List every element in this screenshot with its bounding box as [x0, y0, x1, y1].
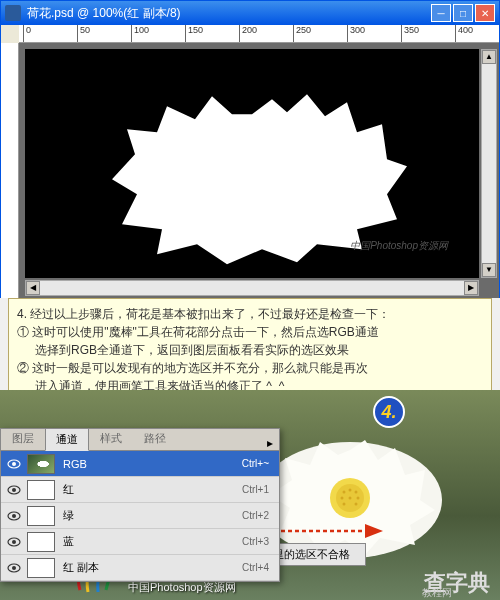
- channel-thumbnail: [27, 532, 55, 552]
- ruler-tick: 300: [347, 25, 365, 43]
- channel-shortcut: Ctrl+2: [242, 510, 275, 521]
- channel-name: RGB: [63, 458, 242, 470]
- visibility-icon[interactable]: [5, 559, 23, 577]
- channel-name: 绿: [63, 508, 242, 523]
- svg-point-21: [12, 566, 16, 570]
- svg-point-13: [12, 462, 16, 466]
- channel-thumbnail: [27, 454, 55, 474]
- scrollbar-vertical[interactable]: ▲ ▼: [481, 49, 497, 278]
- instruction-box: 4. 经过以上步骤后，荷花是基本被扣出来了，不过最好还是检查一下： ① 这时可以…: [8, 298, 492, 402]
- channel-name: 蓝: [63, 534, 242, 549]
- svg-point-10: [355, 503, 358, 506]
- ruler-tick: 150: [185, 25, 203, 43]
- svg-point-6: [341, 497, 344, 500]
- visibility-icon[interactable]: [5, 507, 23, 525]
- footer-text: 中国Photoshop资源网: [128, 580, 236, 595]
- svg-point-9: [343, 503, 346, 506]
- ruler-tick: 0: [23, 25, 31, 43]
- visibility-icon[interactable]: [5, 533, 23, 551]
- channel-row-red-copy[interactable]: 红 副本 Ctrl+4: [1, 555, 279, 581]
- channel-thumbnail: [27, 558, 55, 578]
- window-title: 荷花.psd @ 100%(红 副本/8): [27, 5, 431, 22]
- channel-shortcut: Ctrl+4: [242, 562, 275, 573]
- tab-channels[interactable]: 通道: [45, 428, 89, 451]
- svg-point-4: [349, 489, 352, 492]
- channel-row-red[interactable]: 红 Ctrl+1: [1, 477, 279, 503]
- svg-point-19: [12, 540, 16, 544]
- svg-point-3: [343, 491, 346, 494]
- channel-thumbnail: [27, 480, 55, 500]
- visibility-icon[interactable]: [5, 455, 23, 473]
- ruler-tick: 50: [77, 25, 90, 43]
- ruler-tick: 200: [239, 25, 257, 43]
- channel-name: 红: [63, 482, 242, 497]
- scrollbar-horizontal[interactable]: ◀ ▶: [25, 280, 479, 296]
- titlebar[interactable]: 荷花.psd @ 100%(红 副本/8) ─ □ ✕: [1, 1, 499, 25]
- ruler-tick: 100: [131, 25, 149, 43]
- svg-point-15: [12, 488, 16, 492]
- channel-thumbnail: [27, 506, 55, 526]
- svg-point-7: [349, 497, 352, 500]
- brand-subtext: 教程网: [422, 586, 452, 600]
- panel-tabs: 图层 通道 样式 路径 ▸: [1, 429, 279, 451]
- channel-shortcut: Ctrl+3: [242, 536, 275, 547]
- ruler-tick: 250: [293, 25, 311, 43]
- photoshop-window: 荷花.psd @ 100%(红 副本/8) ─ □ ✕ 0 50 100 150…: [0, 0, 500, 298]
- maximize-button[interactable]: □: [453, 4, 473, 22]
- tab-layers[interactable]: 图层: [1, 427, 45, 450]
- instruction-line: ② 这时一般是可以发现有的地方选区并不充分，那么就只能是再次: [17, 359, 483, 377]
- svg-point-17: [12, 514, 16, 518]
- scroll-down-button[interactable]: ▼: [482, 263, 496, 277]
- svg-point-8: [357, 497, 360, 500]
- scroll-left-button[interactable]: ◀: [26, 281, 40, 295]
- ruler-horizontal[interactable]: 0 50 100 150 200 250 300 350 400: [19, 25, 499, 43]
- ruler-tick: 400: [455, 25, 473, 43]
- svg-point-5: [355, 491, 358, 494]
- scroll-right-button[interactable]: ▶: [464, 281, 478, 295]
- channel-shortcut: Ctrl+1: [242, 484, 275, 495]
- instruction-line: ① 这时可以使用"魔棒"工具在荷花部分点击一下，然后点选RGB通道: [17, 323, 483, 341]
- channel-name: 红 副本: [63, 560, 242, 575]
- channels-panel[interactable]: 图层 通道 样式 路径 ▸ RGB Ctrl+~ 红 Ctrl+1 绿 Ctrl…: [0, 428, 280, 582]
- close-button[interactable]: ✕: [475, 4, 495, 22]
- ruler-tick: 350: [401, 25, 419, 43]
- canvas-area: 中国Photoshop资源网 ▲ ▼ ◀ ▶: [19, 43, 499, 298]
- channel-row-rgb[interactable]: RGB Ctrl+~: [1, 451, 279, 477]
- ruler-vertical[interactable]: [1, 43, 19, 298]
- channel-shortcut: Ctrl+~: [242, 458, 275, 469]
- minimize-button[interactable]: ─: [431, 4, 451, 22]
- app-icon: [5, 5, 21, 21]
- canvas-watermark: 中国Photoshop资源网: [350, 239, 448, 253]
- tab-styles[interactable]: 样式: [89, 427, 133, 450]
- instruction-line: 选择到RGB全通道下，返回到图层面板看看实际的选区效果: [17, 341, 483, 359]
- channel-row-green[interactable]: 绿 Ctrl+2: [1, 503, 279, 529]
- scroll-up-button[interactable]: ▲: [482, 50, 496, 64]
- panel-menu-button[interactable]: ▸: [261, 436, 279, 450]
- channel-row-blue[interactable]: 蓝 Ctrl+3: [1, 529, 279, 555]
- window-controls: ─ □ ✕: [431, 4, 495, 22]
- tab-paths[interactable]: 路径: [133, 427, 177, 450]
- instruction-line: 4. 经过以上步骤后，荷花是基本被扣出来了，不过最好还是检查一下：: [17, 305, 483, 323]
- visibility-icon[interactable]: [5, 481, 23, 499]
- canvas[interactable]: 中国Photoshop资源网: [25, 49, 479, 278]
